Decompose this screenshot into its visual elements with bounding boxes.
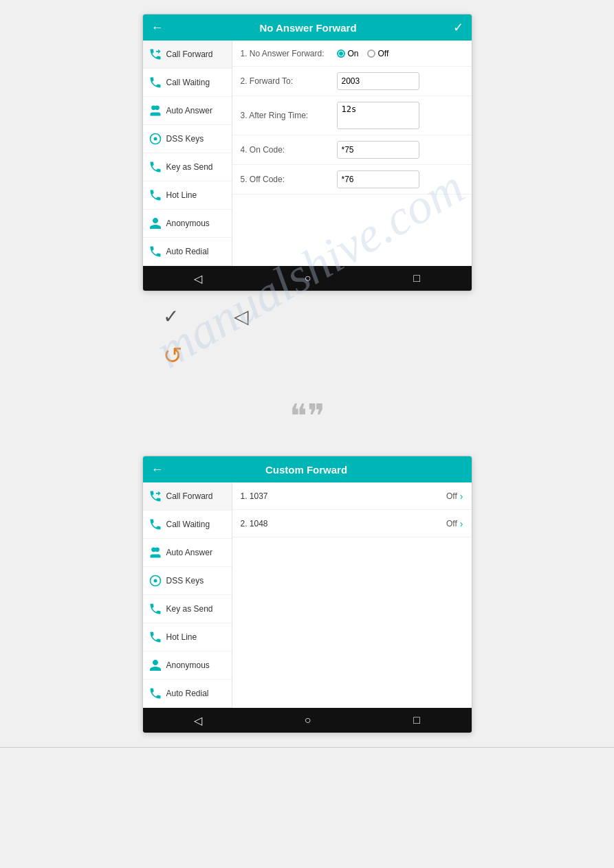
custom-forward-screen: ← Custom Forward Call Forward [142,456,472,733]
radio-option-off[interactable]: Off [367,49,389,58]
screen1-topbar: ← No Answer Forward ✓ [143,14,472,41]
screen2-title: Custom Forward [164,464,450,476]
form-control-4 [337,141,463,159]
screen1-body: Call Forward Call Waiting [143,41,472,266]
quotes-section: ❝❞ [142,383,472,449]
after-ring-time-input[interactable]: 12s [337,102,419,129]
auto-answer-icon [149,104,162,118]
screen2-nav-back[interactable]: ◁ [180,714,216,727]
sidebar-call-waiting-label: Call Waiting [166,78,210,87]
screen2-back-button[interactable]: ← [151,463,164,477]
form-row-off-code: 5. Off Code: [232,165,472,194]
sidebar-call-forward-label: Call Forward [166,49,213,59]
screen1-nav-home[interactable]: ○ [291,272,325,285]
s2-auto-answer-label: Auto Answer [166,548,212,557]
sidebar-item-auto-answer[interactable]: Auto Answer [143,97,232,125]
form-label-2: 2. Forward To: [241,76,337,86]
off-code-input[interactable] [337,170,419,188]
radio-on-dot[interactable] [337,49,345,58]
sidebar-item-anonymous[interactable]: Anonymous [143,210,232,238]
screen2-content: 1. 1037 Off › 2. 1048 Off › [232,482,472,708]
radio-on-label: On [348,49,359,58]
screen1-content: 1. No Answer Forward: On Off [232,41,472,266]
screen2-sidebar-auto-answer[interactable]: Auto Answer [143,539,232,567]
form-label-4: 4. On Code: [241,145,337,155]
form-control-1: On Off [337,49,463,58]
screen1-check-button[interactable]: ✓ [453,20,463,35]
custom-row-1037[interactable]: 1. 1037 Off › [232,482,472,510]
custom-value-1037: Off [446,491,457,501]
sidebar-item-hot-line[interactable]: Hot Line [143,181,232,210]
forward-to-input[interactable] [337,72,419,90]
screen2-nav-square[interactable]: □ [399,714,434,726]
quotes-icon: ❝❞ [289,397,325,435]
s2-key-as-send-label: Key as Send [166,604,213,614]
form-label-1: 1. No Answer Forward: [241,49,337,58]
screen1-sidebar: Call Forward Call Waiting [143,41,232,266]
screen2-sidebar: Call Forward Call Waiting [143,482,232,708]
call-forward-icon [149,47,162,61]
s2-call-forward-icon [149,489,162,503]
check-icon: ✓ [163,305,179,328]
sidebar-item-call-waiting[interactable]: Call Waiting [143,69,232,97]
form-control-3: 12s [337,102,463,129]
custom-row-1048[interactable]: 2. 1048 Off › [232,510,472,537]
form-row-after-ring-time: 3. After Ring Time: 12s [232,96,472,135]
form-row-no-answer-forward: 1. No Answer Forward: On Off [232,41,472,67]
screen1-nav-square[interactable]: □ [399,272,434,285]
s2-dss-keys-label: DSS Keys [166,576,204,586]
form-label-5: 5. Off Code: [241,175,337,184]
screen2-nav-home[interactable]: ○ [291,714,325,726]
sidebar-auto-redial-label: Auto Redial [166,247,209,256]
s2-call-forward-label: Call Forward [166,491,213,501]
screen1-nav-bar: ◁ ○ □ [143,266,472,291]
s2-call-waiting-label: Call Waiting [166,520,210,529]
custom-arrow-1048[interactable]: › [460,518,463,529]
radio-off-label: Off [378,49,389,58]
anonymous-icon [149,216,162,230]
form-row-forward-to: 2. Forward To: [232,67,472,96]
screen2-sidebar-auto-redial[interactable]: Auto Redial [143,680,232,708]
hot-line-icon [149,188,162,202]
sidebar-key-as-send-label: Key as Send [166,162,213,172]
custom-label-1048: 2. 1048 [241,519,447,528]
back-icon: ◁ [234,305,249,328]
sidebar-item-call-forward[interactable]: Call Forward [143,41,232,69]
form-row-on-code: 4. On Code: [232,135,472,165]
auto-redial-icon [149,245,162,258]
no-answer-forward-screen: ← No Answer Forward ✓ Call Forward [142,14,472,291]
radio-option-on[interactable]: On [337,49,359,58]
s2-dss-keys-icon [149,574,162,588]
s2-hot-line-icon [149,630,162,644]
refresh-icon-section: ↺ [142,342,472,383]
screen2-body: Call Forward Call Waiting [143,482,472,708]
s2-hot-line-label: Hot Line [166,632,197,642]
sidebar-hot-line-label: Hot Line [166,190,197,200]
form-control-5 [337,170,463,188]
svg-point-7 [153,579,157,583]
radio-group-on-off: On Off [337,49,389,58]
sidebar-item-key-as-send[interactable]: Key as Send [143,153,232,181]
screen1-back-button[interactable]: ← [151,21,164,35]
call-waiting-icon [149,76,162,89]
s2-auto-redial-icon [149,687,162,700]
screen2-sidebar-key-as-send[interactable]: Key as Send [143,595,232,623]
sidebar-auto-answer-label: Auto Answer [166,106,212,115]
screen2-sidebar-dss-keys[interactable]: DSS Keys [143,567,232,595]
screen2-nav-bar: ◁ ○ □ [143,708,472,733]
s2-auto-redial-label: Auto Redial [166,689,209,698]
screen2-sidebar-anonymous[interactable]: Anonymous [143,652,232,680]
refresh-icon: ↺ [163,342,182,368]
custom-arrow-1037[interactable]: › [460,491,463,502]
screen2-sidebar-call-waiting[interactable]: Call Waiting [143,511,232,539]
sidebar-item-dss-keys[interactable]: DSS Keys [143,125,232,153]
screen1-title: No Answer Forward [164,22,453,34]
s2-anonymous-icon [149,658,162,672]
sidebar-item-auto-redial[interactable]: Auto Redial [143,238,232,266]
screen2-sidebar-call-forward[interactable]: Call Forward [143,482,232,511]
screen1-nav-back[interactable]: ◁ [180,272,216,285]
svg-point-3 [153,137,157,141]
on-code-input[interactable] [337,141,419,159]
radio-off-dot[interactable] [367,49,375,58]
screen2-sidebar-hot-line[interactable]: Hot Line [143,623,232,652]
